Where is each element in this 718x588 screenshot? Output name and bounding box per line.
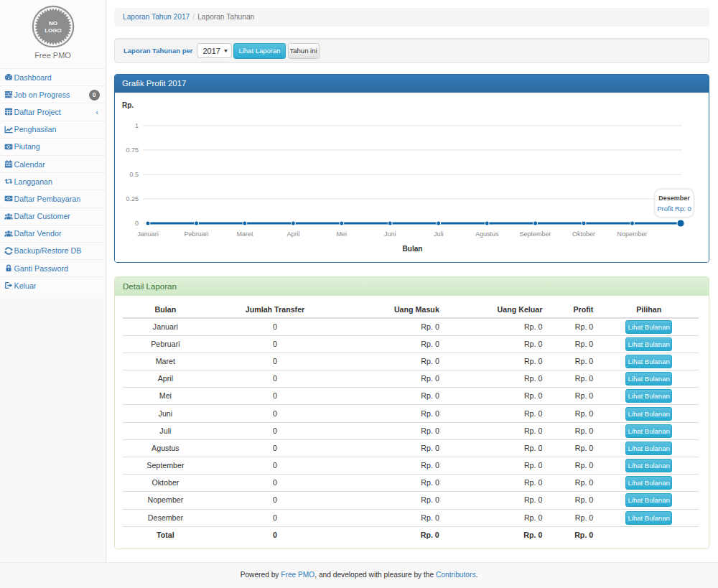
svg-text:Maret: Maret bbox=[236, 230, 253, 238]
svg-text:April: April bbox=[286, 230, 299, 238]
svg-text:Januari: Januari bbox=[137, 230, 159, 238]
svg-text:0.75: 0.75 bbox=[126, 146, 139, 154]
svg-text:Oktober: Oktober bbox=[572, 230, 595, 238]
svg-text:Pebruari: Pebruari bbox=[184, 230, 208, 238]
svg-text:Rp.: Rp. bbox=[122, 101, 134, 109]
svg-text:NO: NO bbox=[49, 20, 57, 27]
svg-text:Juni: Juni bbox=[384, 230, 396, 238]
svg-text:Juli: Juli bbox=[434, 230, 444, 238]
svg-text:Desember: Desember bbox=[658, 195, 690, 202]
svg-text:September: September bbox=[520, 230, 551, 238]
svg-text:Profit Rp: 0: Profit Rp: 0 bbox=[657, 205, 691, 213]
svg-text:LOGO: LOGO bbox=[45, 27, 62, 34]
svg-text:0.5: 0.5 bbox=[129, 171, 139, 178]
svg-text:Bulan: Bulan bbox=[403, 245, 423, 253]
svg-text:Mei: Mei bbox=[337, 230, 348, 238]
svg-text:0: 0 bbox=[135, 220, 139, 227]
svg-text:Agustus: Agustus bbox=[475, 230, 499, 238]
svg-text:0.25: 0.25 bbox=[126, 195, 139, 202]
svg-text:1: 1 bbox=[135, 122, 139, 129]
svg-text:Nopember: Nopember bbox=[617, 230, 647, 238]
